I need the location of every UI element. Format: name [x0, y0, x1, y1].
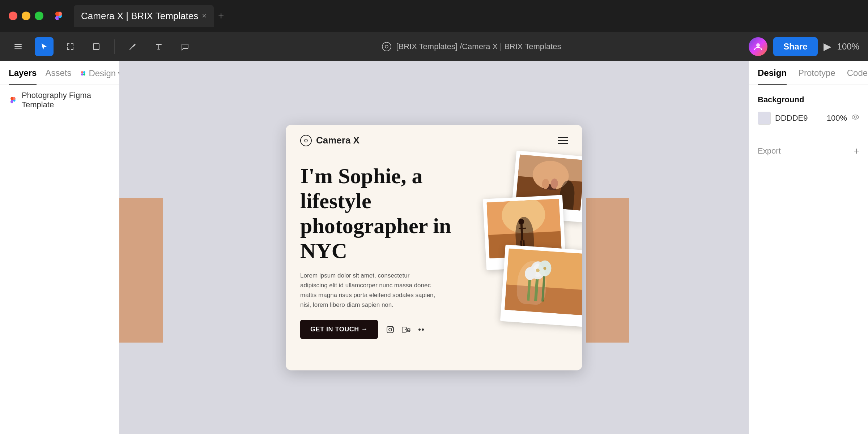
- comment-tool-button[interactable]: [175, 37, 194, 56]
- behance-icon[interactable]: [401, 325, 411, 335]
- hamburger-menu[interactable]: [558, 137, 568, 144]
- svg-point-34: [518, 219, 524, 225]
- social-icons: [385, 325, 427, 335]
- tab-design[interactable]: Design: [758, 68, 787, 85]
- tab-bar: Camera X | BRIX Templates × +: [74, 5, 224, 27]
- hamburger-line-1: [558, 137, 568, 138]
- right-panel-tabs: Design Prototype Code: [749, 61, 868, 85]
- color-hex-value[interactable]: DDDDE9: [775, 113, 822, 123]
- svg-point-17: [81, 73, 83, 76]
- svg-point-15: [81, 71, 83, 73]
- layer-item-label: Photography Figma Template: [22, 91, 110, 109]
- background-color-row: DDDDE9 100%: [758, 112, 859, 125]
- export-add-button[interactable]: +: [854, 145, 859, 157]
- svg-point-14: [756, 43, 760, 47]
- tab-assets[interactable]: Assets: [45, 68, 71, 85]
- layer-item-photography[interactable]: Photography Figma Template: [0, 85, 119, 115]
- more-icon[interactable]: [417, 325, 427, 335]
- tab-title: Camera X | BRIX Templates: [81, 10, 198, 22]
- zoom-level[interactable]: 100%: [837, 42, 859, 52]
- instagram-icon[interactable]: [385, 325, 395, 335]
- design-tab-label: Design: [89, 68, 116, 78]
- svg-point-19: [305, 139, 307, 142]
- svg-rect-7: [67, 43, 68, 46]
- hero-subtitle: Lorem ipsum dolor sit amet, consectetur …: [300, 271, 438, 310]
- left-panel: Layers Assets Design ▾ Phot: [0, 61, 119, 434]
- export-row: Export +: [758, 145, 859, 157]
- fullscreen-button[interactable]: [35, 12, 43, 20]
- photos-area: [441, 154, 582, 363]
- hamburger-line-2: [558, 140, 568, 141]
- visibility-icon[interactable]: [851, 113, 859, 123]
- svg-rect-8: [73, 43, 73, 46]
- svg-point-23: [418, 328, 421, 331]
- export-section: Export +: [749, 135, 868, 167]
- svg-point-50: [854, 116, 856, 118]
- main-layout: Layers Assets Design ▾ Phot: [0, 61, 868, 434]
- left-panel-tabs: Layers Assets Design ▾: [0, 61, 119, 85]
- logo-text: Camera X: [316, 135, 359, 146]
- svg-rect-40: [534, 272, 539, 301]
- svg-rect-10: [73, 47, 73, 50]
- svg-point-12: [382, 42, 391, 51]
- svg-point-21: [389, 328, 392, 331]
- svg-point-13: [385, 45, 388, 48]
- logo-area: Camera X: [300, 135, 359, 146]
- svg-rect-11: [93, 44, 99, 50]
- play-button[interactable]: ▶: [824, 40, 831, 52]
- background-section: Background DDDDE9 100%: [749, 85, 868, 135]
- breadcrumb-text: [BRIX Templates] /Camera X | BRIX Templa…: [396, 42, 561, 51]
- toolbar-breadcrumb: [BRIX Templates] /Camera X | BRIX Templa…: [201, 42, 741, 52]
- cta-button[interactable]: GET IN TOUCH →: [300, 320, 378, 339]
- minimize-button[interactable]: [22, 12, 30, 20]
- export-label: Export: [758, 146, 781, 156]
- close-button[interactable]: [9, 12, 17, 20]
- svg-point-22: [392, 327, 392, 328]
- toolbar-separator-1: [114, 39, 115, 54]
- color-opacity-value[interactable]: 100%: [827, 113, 847, 123]
- svg-rect-9: [67, 47, 68, 50]
- svg-rect-2: [14, 48, 22, 49]
- toolbar: [BRIX Templates] /Camera X | BRIX Templa…: [0, 32, 868, 61]
- tab-prototype[interactable]: Prototype: [798, 68, 835, 85]
- photo-flowers: [505, 248, 582, 315]
- svg-rect-0: [14, 44, 22, 45]
- svg-rect-42: [527, 275, 531, 300]
- tab-code[interactable]: Code: [847, 68, 868, 85]
- svg-point-16: [83, 71, 85, 73]
- new-tab-button[interactable]: +: [218, 10, 224, 22]
- text-tool-button[interactable]: [149, 37, 168, 56]
- tab-close-icon[interactable]: ×: [202, 11, 207, 21]
- user-avatar[interactable]: [749, 37, 767, 56]
- share-button[interactable]: Share: [773, 37, 818, 56]
- pen-tool-button[interactable]: [123, 37, 142, 56]
- svg-point-46: [524, 266, 536, 280]
- figma-icon: [52, 9, 65, 22]
- toolbar-right: Share ▶ 100%: [749, 37, 859, 56]
- logo-icon: [300, 135, 312, 146]
- move-tool-button[interactable]: [35, 37, 54, 56]
- menu-icon[interactable]: [9, 37, 27, 56]
- frame-nav: Camera X: [286, 125, 582, 156]
- svg-rect-1: [14, 46, 22, 47]
- active-tab[interactable]: Camera X | BRIX Templates ×: [74, 5, 214, 27]
- svg-point-18: [83, 73, 85, 76]
- svg-point-47: [536, 268, 540, 272]
- design-frame: Camera X I'm Sophie, a lifestyle photogr…: [286, 125, 582, 370]
- color-swatch[interactable]: [758, 112, 771, 125]
- traffic-lights: [9, 12, 43, 20]
- right-panel: Design Prototype Code Background DDDDE9 …: [749, 61, 868, 434]
- hamburger-line-3: [558, 143, 568, 144]
- canvas-area[interactable]: Camera X I'm Sophie, a lifestyle photogr…: [119, 61, 749, 434]
- canvas-accent-left: [119, 198, 163, 343]
- shape-tool-button[interactable]: [87, 37, 106, 56]
- svg-rect-33: [520, 222, 524, 240]
- background-label: Background: [758, 95, 859, 104]
- polaroid-3: [500, 244, 582, 327]
- svg-point-24: [422, 328, 424, 331]
- tab-layers[interactable]: Layers: [9, 68, 37, 85]
- figma-layer-icon: [9, 95, 17, 105]
- design-dropdown-button[interactable]: Design ▾: [80, 68, 121, 85]
- title-bar: Camera X | BRIX Templates × +: [0, 0, 868, 32]
- frame-tool-button[interactable]: [61, 37, 80, 56]
